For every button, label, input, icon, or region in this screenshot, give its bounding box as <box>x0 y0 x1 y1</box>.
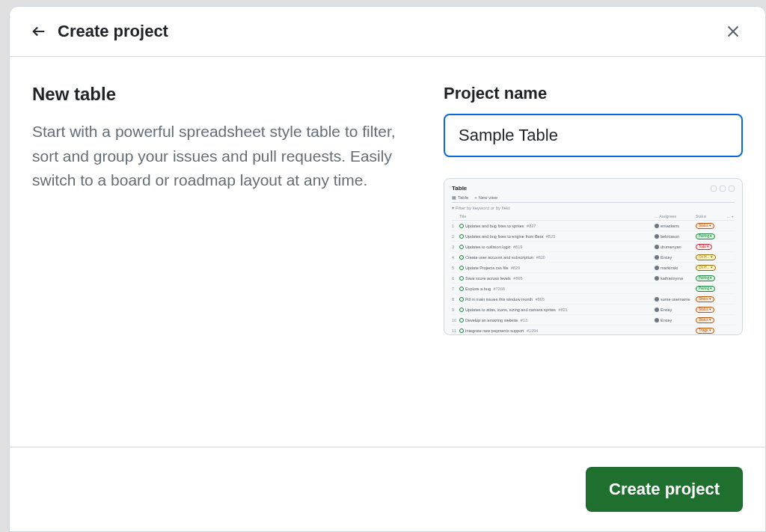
preview-columns: Title … Assignees Status … + <box>452 213 735 221</box>
preview-table-label: Table <box>452 185 467 192</box>
modal-body: New table Start with a powerful spreadsh… <box>10 57 765 447</box>
col-plus: … + <box>726 214 735 218</box>
preview-view-icons <box>711 186 735 192</box>
create-project-modal: Create project New table Start with a po… <box>9 6 766 532</box>
preview-tab-new: + New view <box>474 195 497 200</box>
preview-tabs: ▦ Table + New view <box>452 195 735 203</box>
preview-rows: 1Updates and bug fixes to sprites #827em… <box>452 221 735 335</box>
preview-row: 3Updates to collision logic #819drumenya… <box>452 242 735 252</box>
modal-footer: Create project <box>10 447 765 531</box>
preview-row: 4Create user account and subscription #8… <box>452 252 735 263</box>
preview-row: 1Updates and bug fixes to sprites #827em… <box>452 221 735 231</box>
preview-row: 8Fill in main issues this window month #… <box>452 294 735 305</box>
create-project-button[interactable]: Create project <box>586 467 743 512</box>
preview-filter: ▾ Filter by keyword or by field <box>452 205 735 210</box>
modal-title: Create project <box>58 22 168 41</box>
back-arrow-icon[interactable] <box>31 23 47 40</box>
preview-row: 11Integrate new payments support #1294Tr… <box>452 325 735 335</box>
preview-row: 6Save score across levels #895katharinym… <box>452 273 735 284</box>
preview-row: 2Updates and bug fixes to engine from Be… <box>452 231 735 242</box>
preview-layout-icon <box>711 186 717 192</box>
left-column: New table Start with a powerful spreadsh… <box>32 84 417 426</box>
preview-card: Table ▦ Table + New view ▾ Filter by key… <box>444 178 743 335</box>
col-status: Status <box>696 214 726 218</box>
section-title: New table <box>32 84 417 105</box>
preview-row: 9Updates to atlas, icons, sizing and cam… <box>452 305 735 315</box>
modal-header: Create project <box>10 7 765 57</box>
preview-insights-icon <box>720 186 726 192</box>
section-description: Start with a powerful spreadsheet style … <box>32 120 417 193</box>
right-column: Project name Table ▦ Table + New view ▾ … <box>444 84 743 426</box>
col-title: Title <box>459 214 655 218</box>
preview-more-icon <box>729 186 735 192</box>
header-left: Create project <box>31 22 168 41</box>
preview-row: 5Update Projects.css file #829markinskiO… <box>452 263 735 273</box>
preview-top: Table <box>452 185 735 192</box>
col-assignees: … Assignees <box>655 214 696 218</box>
project-name-label: Project name <box>444 84 743 103</box>
preview-row: 10Develop an amazing website #13EnceySta… <box>452 315 735 325</box>
preview-tab-table: ▦ Table <box>452 195 468 200</box>
close-icon[interactable] <box>722 20 744 43</box>
preview-row: 7Explore a bug #7268Pairing ▾ <box>452 284 735 294</box>
project-name-input[interactable] <box>444 114 743 157</box>
